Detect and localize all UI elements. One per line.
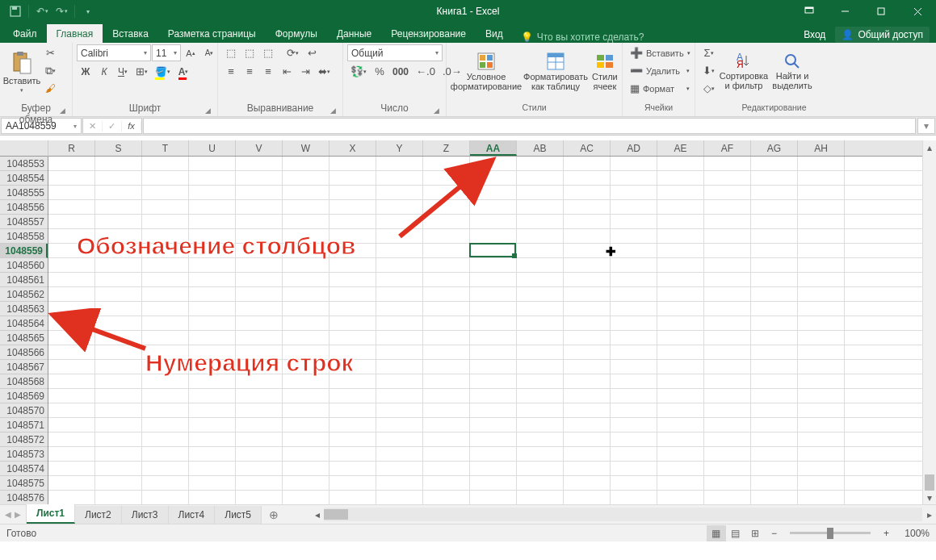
underline-button[interactable]: Ч▾: [114, 63, 132, 80]
delete-cells-button[interactable]: ➖Удалить▾: [627, 62, 693, 79]
row-header[interactable]: 1048573: [0, 447, 48, 462]
zoom-out-button[interactable]: −: [771, 528, 777, 539]
format-as-table-button[interactable]: Форматировать как таблицу: [523, 44, 588, 99]
indent-decrease-button[interactable]: ⇤: [278, 63, 296, 80]
format-painter-button[interactable]: 🖌: [41, 80, 59, 97]
row-header[interactable]: 1048566: [0, 345, 48, 360]
page-layout-view-button[interactable]: ▤: [726, 525, 745, 541]
column-header[interactable]: Z: [423, 140, 470, 156]
cells-area[interactable]: [48, 157, 922, 504]
share-button[interactable]: 👤Общий доступ: [835, 27, 930, 43]
login-link[interactable]: Вход: [804, 29, 825, 40]
row-header[interactable]: 1048558: [0, 229, 48, 244]
sheet-prev-button[interactable]: ◀: [5, 510, 11, 519]
row-header[interactable]: 1048561: [0, 273, 48, 287]
copy-button[interactable]: ⧉▾: [41, 62, 59, 79]
sheet-tab[interactable]: Лист1: [27, 504, 75, 524]
vscroll-thumb[interactable]: [925, 474, 934, 491]
row-header[interactable]: 1048572: [0, 433, 48, 447]
row-header[interactable]: 1048567: [0, 360, 48, 374]
number-launcher[interactable]: ◢: [432, 107, 440, 115]
tell-me[interactable]: 💡Что вы хотите сделать?: [513, 31, 653, 43]
column-header[interactable]: Y: [376, 140, 423, 156]
row-header[interactable]: 1048570: [0, 403, 48, 418]
close-button[interactable]: [900, 0, 936, 23]
column-header[interactable]: W: [283, 140, 329, 156]
border-button[interactable]: ⊞▾: [132, 63, 151, 80]
font-color-button[interactable]: A▾: [174, 63, 192, 80]
insert-function-button[interactable]: fx: [122, 121, 141, 131]
tab-insert[interactable]: Вставка: [103, 24, 158, 43]
scroll-down-button[interactable]: ▾: [923, 491, 936, 504]
column-header[interactable]: R: [48, 140, 95, 156]
row-header[interactable]: 1048556: [0, 200, 48, 215]
orientation-button[interactable]: ⟳▾: [283, 44, 302, 61]
align-top-button[interactable]: ⬚: [222, 44, 240, 61]
row-header[interactable]: 1048555: [0, 186, 48, 200]
column-header[interactable]: AE: [657, 140, 704, 156]
align-middle-button[interactable]: ⬚: [241, 44, 258, 61]
scroll-up-button[interactable]: ▴: [923, 140, 936, 154]
fill-button[interactable]: ⬇▾: [699, 62, 718, 79]
vertical-scrollbar[interactable]: ▴ ▾: [922, 140, 936, 504]
insert-cells-button[interactable]: ➕Вставить▾: [627, 44, 693, 61]
tab-view[interactable]: Вид: [476, 24, 513, 43]
align-bottom-button[interactable]: ⬚: [259, 44, 277, 61]
column-header[interactable]: X: [329, 140, 376, 156]
tab-formulas[interactable]: Формулы: [266, 24, 327, 43]
align-launcher[interactable]: ◢: [329, 107, 337, 115]
row-header[interactable]: 1048554: [0, 171, 48, 186]
clear-button[interactable]: ◇▾: [699, 80, 718, 97]
cell-styles-button[interactable]: Стили ячеек: [590, 44, 620, 99]
row-header[interactable]: 1048560: [0, 258, 48, 273]
row-header[interactable]: 1048575: [0, 476, 48, 491]
tab-data[interactable]: Данные: [327, 24, 381, 43]
clipboard-launcher[interactable]: ◢: [58, 107, 66, 115]
fill-color-button[interactable]: 🪣▾: [152, 63, 174, 80]
column-header[interactable]: AH: [798, 140, 845, 156]
row-header[interactable]: 1048553: [0, 157, 48, 171]
ribbon-options-icon[interactable]: [791, 0, 827, 23]
column-header[interactable]: AD: [611, 140, 657, 156]
italic-button[interactable]: К: [95, 63, 113, 80]
column-header[interactable]: AC: [564, 140, 611, 156]
number-format-combo[interactable]: Общий▾: [347, 44, 443, 61]
align-center-button[interactable]: ≡: [241, 63, 258, 80]
comma-button[interactable]: 000: [389, 63, 412, 80]
zoom-in-button[interactable]: +: [884, 528, 889, 539]
column-header[interactable]: AA: [470, 140, 517, 156]
column-header[interactable]: AG: [751, 140, 798, 156]
tab-file[interactable]: Файл: [3, 24, 47, 43]
tab-layout[interactable]: Разметка страницы: [158, 24, 266, 43]
align-right-button[interactable]: ≡: [259, 63, 277, 80]
row-header[interactable]: 1048562: [0, 287, 48, 302]
currency-button[interactable]: 💱▾: [347, 63, 370, 80]
align-left-button[interactable]: ≡: [222, 63, 240, 80]
shrink-font-button[interactable]: A▾: [200, 44, 218, 61]
redo-button[interactable]: ↷▾: [52, 2, 70, 20]
row-header[interactable]: 1048565: [0, 331, 48, 345]
bold-button[interactable]: Ж: [77, 63, 94, 80]
row-header[interactable]: 1048557: [0, 215, 48, 229]
column-header[interactable]: U: [189, 140, 236, 156]
row-header[interactable]: 1048576: [0, 491, 48, 504]
row-header[interactable]: 1048559: [0, 244, 48, 258]
column-header[interactable]: AB: [517, 140, 564, 156]
column-header[interactable]: AF: [704, 140, 751, 156]
qat-customize[interactable]: ▾: [79, 2, 97, 20]
tab-home[interactable]: Главная: [47, 24, 103, 43]
row-header[interactable]: 1048564: [0, 316, 48, 331]
formula-input[interactable]: [143, 118, 916, 134]
normal-view-button[interactable]: ▦: [707, 525, 726, 541]
sheet-tab[interactable]: Лист2: [75, 506, 122, 524]
zoom-thumb[interactable]: [827, 528, 833, 539]
font-size-combo[interactable]: 11▾: [152, 44, 181, 61]
indent-increase-button[interactable]: ⇥: [296, 63, 314, 80]
select-all-corner[interactable]: [0, 140, 48, 157]
row-header[interactable]: 1048571: [0, 418, 48, 433]
row-header[interactable]: 1048563: [0, 302, 48, 316]
sheet-next-button[interactable]: ▶: [15, 510, 21, 519]
save-button[interactable]: [6, 2, 24, 20]
font-launcher[interactable]: ◢: [204, 107, 212, 115]
font-name-combo[interactable]: Calibri▾: [77, 44, 151, 61]
